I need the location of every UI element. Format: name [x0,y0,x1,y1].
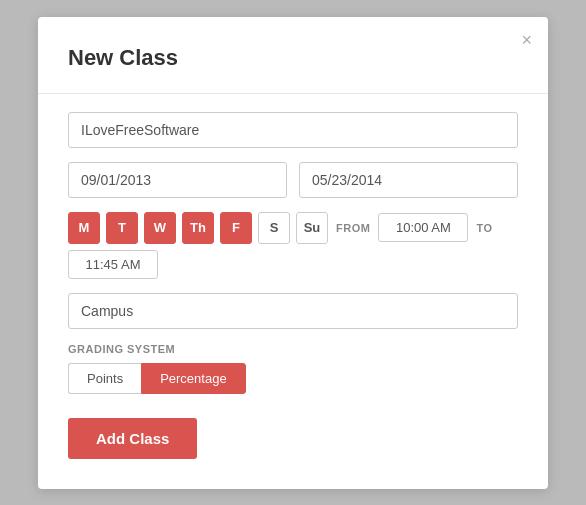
grading-options: Points Percentage [68,363,518,394]
grading-percentage-button[interactable]: Percentage [141,363,246,394]
from-label: FROM [336,222,370,234]
day-button-sat[interactable]: S [258,212,290,244]
end-date-input[interactable] [299,162,518,198]
day-button-mon[interactable]: M [68,212,100,244]
start-date-input[interactable] [68,162,287,198]
grading-system-section: GRADING SYSTEM Points Percentage [68,343,518,394]
day-button-fri[interactable]: F [220,212,252,244]
modal-title: New Class [68,45,518,71]
class-name-group [68,112,518,148]
day-button-thu[interactable]: Th [182,212,214,244]
day-button-tue[interactable]: T [106,212,138,244]
day-button-sun[interactable]: Su [296,212,328,244]
from-time-input[interactable] [378,213,468,242]
new-class-modal: × New Class M T W Th F S Su FROM TO [38,17,548,489]
to-label: TO [476,222,492,234]
campus-input[interactable] [68,293,518,329]
divider [38,93,548,94]
grading-system-label: GRADING SYSTEM [68,343,518,355]
date-row [68,162,518,198]
add-class-button[interactable]: Add Class [68,418,197,459]
grading-points-button[interactable]: Points [68,363,141,394]
class-name-input[interactable] [68,112,518,148]
days-time-row: M T W Th F S Su FROM TO [68,212,518,279]
day-button-wed[interactable]: W [144,212,176,244]
to-time-input[interactable] [68,250,158,279]
close-button[interactable]: × [521,31,532,49]
campus-group [68,293,518,329]
modal-overlay: × New Class M T W Th F S Su FROM TO [0,0,586,505]
